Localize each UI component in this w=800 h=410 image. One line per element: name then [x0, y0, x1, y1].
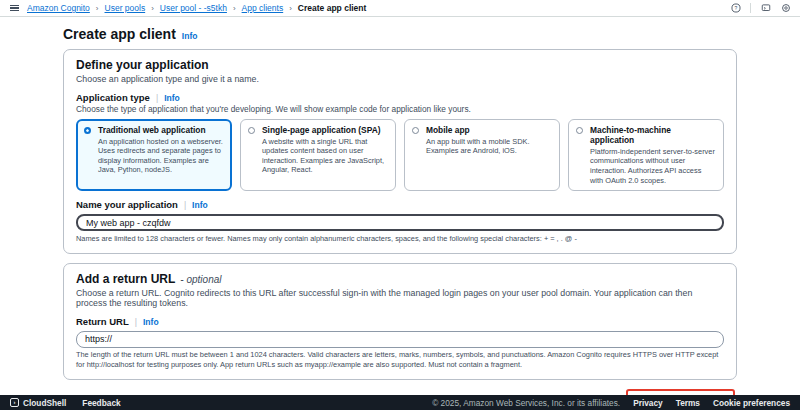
copyright-text: © 2025, Amazon Web Services, Inc. or its… — [432, 398, 620, 408]
topbar-actions: ? — [730, 3, 791, 14]
top-navigation-bar: Amazon Cognito › User pools › User pool … — [0, 0, 800, 17]
console-footer: › CloudShell Feedback © 2025, Amazon Web… — [0, 395, 800, 410]
option-machine-to-machine[interactable]: Machine-to-machine application Platform-… — [568, 119, 724, 191]
option-traditional-web-application[interactable]: Traditional web application An applicati… — [76, 119, 232, 191]
option-description: Platform-independent server-to-server co… — [590, 147, 716, 186]
option-title: Machine-to-machine application — [590, 125, 716, 145]
page-title-info-link[interactable]: Info — [182, 31, 198, 41]
breadcrumb-app-clients[interactable]: App clients — [242, 3, 284, 13]
breadcrumb-create-app-client: Create app client — [298, 3, 367, 13]
privacy-link[interactable]: Privacy — [633, 398, 663, 408]
application-type-options: Traditional web application An applicati… — [76, 119, 724, 191]
return-url-input[interactable] — [76, 331, 724, 348]
breadcrumb-user-pool[interactable]: User pool - -s5tkh — [160, 3, 227, 13]
return-url-card-subtitle: Choose a return URL. Cognito redirects t… — [76, 288, 724, 308]
label-divider: | — [156, 93, 158, 103]
terminal-icon[interactable] — [760, 3, 771, 14]
return-url-optional-suffix: - optional — [180, 274, 221, 285]
application-name-input[interactable] — [76, 214, 724, 231]
breadcrumb-separator: › — [289, 4, 292, 13]
option-mobile-app[interactable]: Mobile app An app built with a mobile SD… — [404, 119, 560, 191]
breadcrumb-separator: › — [96, 4, 99, 13]
return-url-constraint: The length of the return URL must be bet… — [76, 350, 724, 370]
cloudshell-button[interactable]: › CloudShell — [10, 398, 66, 408]
cloudshell-label: CloudShell — [23, 398, 66, 408]
option-description: A website with a single URL that updates… — [262, 137, 388, 176]
menu-icon[interactable] — [9, 3, 20, 14]
breadcrumb-separator: › — [151, 4, 154, 13]
option-title: Single-page application (SPA) — [262, 125, 388, 135]
settings-gear-icon[interactable] — [780, 3, 791, 14]
option-title: Traditional web application — [98, 125, 224, 135]
cookie-preferences-link[interactable]: Cookie preferences — [713, 398, 790, 408]
option-description: An application hosted on a webserver. Us… — [98, 137, 224, 176]
breadcrumb-amazon-cognito[interactable]: Amazon Cognito — [27, 3, 90, 13]
footer-legal: © 2025, Amazon Web Services, Inc. or its… — [432, 398, 790, 408]
application-name-constraint: Names are limited to 128 characters or f… — [76, 234, 724, 244]
main-content: Create app client Info Define your appli… — [0, 17, 800, 410]
option-description: An app built with a mobile SDK. Examples… — [426, 137, 552, 156]
return-url-card-title: Add a return URL — [76, 272, 175, 286]
radio-icon — [412, 127, 419, 134]
option-title: Mobile app — [426, 125, 552, 135]
return-url-card: Add a return URL - optional Choose a ret… — [63, 263, 737, 380]
feedback-button[interactable]: Feedback — [82, 398, 120, 408]
label-divider: | — [135, 317, 137, 327]
page-title: Create app client — [63, 26, 176, 42]
svg-text:?: ? — [734, 5, 737, 11]
name-application-label: Name your application — [76, 199, 178, 210]
feedback-label: Feedback — [82, 398, 120, 408]
radio-icon — [248, 127, 255, 134]
breadcrumb-separator: › — [233, 4, 236, 13]
application-type-description: Choose the type of application that you'… — [76, 104, 724, 114]
option-single-page-application[interactable]: Single-page application (SPA) A website … — [240, 119, 396, 191]
label-divider: | — [184, 200, 186, 210]
name-application-info-link[interactable]: Info — [192, 200, 208, 210]
application-type-info-link[interactable]: Info — [164, 93, 180, 103]
define-application-card: Define your application Choose an applic… — [63, 49, 737, 254]
terms-link[interactable]: Terms — [676, 398, 700, 408]
return-url-label: Return URL — [76, 316, 129, 327]
radio-icon — [576, 127, 583, 134]
radio-selected-icon — [84, 127, 91, 134]
breadcrumb-user-pools[interactable]: User pools — [105, 3, 146, 13]
topbar-divider — [750, 3, 751, 13]
return-url-info-link[interactable]: Info — [143, 317, 159, 327]
help-icon[interactable]: ? — [730, 3, 741, 14]
define-card-title: Define your application — [76, 58, 209, 72]
breadcrumb: Amazon Cognito › User pools › User pool … — [27, 3, 366, 13]
cloudshell-icon: › — [10, 398, 19, 407]
define-card-subtitle: Choose an application type and give it a… — [76, 74, 724, 84]
application-type-label: Application type — [76, 92, 150, 103]
